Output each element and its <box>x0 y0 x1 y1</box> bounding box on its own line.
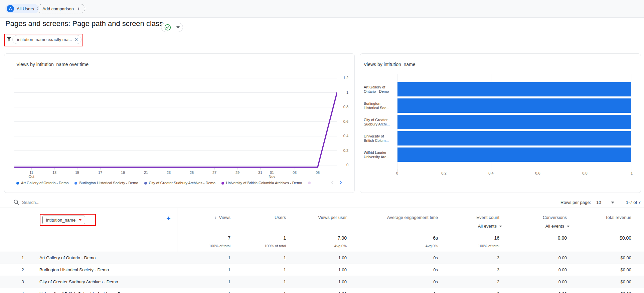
x-tick <box>318 168 318 170</box>
x-tick-label: 29 <box>231 171 244 175</box>
divider <box>0 208 644 208</box>
bar-x-tick-label: 0.2 <box>436 171 452 175</box>
row-cell: 1 <box>232 252 286 264</box>
column-header-total-revenue[interactable]: Total revenue <box>551 215 631 220</box>
legend-dot <box>221 182 224 185</box>
table-row[interactable]: 1Art Gallery of Ontario - Demo111.000s30… <box>0 252 644 264</box>
x-tick <box>295 168 295 170</box>
total-value: 0.00 <box>500 235 567 241</box>
check-circle-icon <box>164 24 171 31</box>
bar-category-label: University ofBritish Colum... <box>364 134 396 143</box>
row-cell: 1 <box>177 264 230 276</box>
x-tick-label: 13 <box>48 171 61 175</box>
table-row[interactable]: 2Burlington Historical Society - Demo111… <box>0 264 644 276</box>
y-tick-label: 0.4 <box>338 134 348 138</box>
total-value: $0.00 <box>565 235 631 241</box>
line-chart-title: Views by intitution_name over time <box>16 62 89 67</box>
row-cell: 0s <box>384 288 438 293</box>
column-header-views-per-user[interactable]: Views per user <box>267 215 347 220</box>
all-users-chip[interactable]: A All Users <box>5 4 39 13</box>
total-subtext: 100% of total <box>219 244 286 248</box>
bar <box>397 115 631 129</box>
x-tick-label: 31 <box>254 171 267 175</box>
plus-icon: + <box>77 6 80 12</box>
row-cell: 1.00 <box>293 276 347 288</box>
x-tick-label: 27 <box>208 171 221 175</box>
x-tick-label: 01Nov <box>265 171 279 179</box>
report-status-badge[interactable] <box>161 23 183 32</box>
bar-category-label: BurlingtonHistorical Soc... <box>364 101 396 110</box>
rows-per-page-select[interactable]: 10 <box>596 199 615 206</box>
bar-category-label: City of GreaterSudbury Archi... <box>364 118 396 126</box>
row-index: 3 <box>16 276 29 288</box>
row-cell: $0.00 <box>578 252 631 264</box>
table-row[interactable]: 4University of British Columbia Archives… <box>0 288 644 293</box>
bar <box>397 131 631 145</box>
x-tick-label: 05 <box>311 171 324 175</box>
bar-category-label: Art Gallery ofOntario - Demo <box>364 85 396 94</box>
search-icon <box>13 199 19 207</box>
row-cell: $0.00 <box>578 288 631 293</box>
bar-x-tick-label: 0.4 <box>483 171 499 175</box>
row-cell: 1 <box>177 252 230 264</box>
line-chart-card: Views by intitution_name over time Art G… <box>4 53 355 193</box>
all-users-label: All Users <box>17 6 34 11</box>
active-filter-chip[interactable]: intitution_name exactly ma... × <box>12 35 82 44</box>
row-cell: 3 <box>446 288 499 293</box>
row-cell: 2 <box>446 276 499 288</box>
x-tick <box>260 168 261 170</box>
row-index: 2 <box>16 264 29 276</box>
event-scope-select[interactable]: All events <box>489 224 570 229</box>
bar-x-tick-label: 0 <box>389 171 406 175</box>
y-tick-label: 0.6 <box>338 119 348 123</box>
x-tick <box>214 168 215 170</box>
x-tick-label: 19 <box>116 171 130 175</box>
chevron-down-icon <box>611 202 614 204</box>
total-subtext: Avg 0% <box>280 244 347 248</box>
bar-category-label: Wilfrid LaurierUniversity Arc... <box>364 151 396 159</box>
row-dimension-value: Art Gallery of Ontario - Demo <box>39 252 96 264</box>
search-input[interactable]: Search... <box>22 200 122 205</box>
legend-item: Burlington Historical Society - Demo <box>74 181 138 185</box>
bar-gridline <box>632 74 632 169</box>
x-tick-label: 03 <box>288 171 301 175</box>
x-tick <box>272 168 272 170</box>
x-tick <box>146 168 146 170</box>
add-comparison-button[interactable]: Add comparison + <box>37 4 85 13</box>
y-tick-label: 1.2 <box>338 76 348 80</box>
row-cell: $0.00 <box>578 264 631 276</box>
bar-chart-card: Views by intitution_name 00.20.40.60.81A… <box>360 53 641 193</box>
row-index: 1 <box>16 252 29 264</box>
x-tick <box>237 168 238 170</box>
remove-filter-icon[interactable]: × <box>75 37 78 42</box>
legend-next-icon[interactable] <box>338 180 343 185</box>
table-row[interactable]: 3City of Greater Sudbury Archives - Demo… <box>0 276 644 288</box>
legend-dot <box>144 182 147 185</box>
bar <box>397 98 631 113</box>
row-cell: $0.00 <box>578 276 631 288</box>
row-cell: 0s <box>384 276 438 288</box>
x-tick-label: 15 <box>70 171 84 175</box>
dimension-selector[interactable]: intitution_name <box>42 216 85 224</box>
row-cell: 1 <box>232 276 286 288</box>
pagination-range: 1-7 of 7 <box>617 200 641 205</box>
x-tick-label: 25 <box>185 171 198 175</box>
y-tick-label: 1 <box>338 90 348 94</box>
legend-prev-icon[interactable] <box>330 180 335 185</box>
bar-chart-title: Views by intitution_name <box>364 62 416 67</box>
bar-chart-plot <box>397 74 632 169</box>
x-tick <box>31 168 32 170</box>
y-tick-label: 0 <box>338 163 348 167</box>
line-chart-plot <box>14 78 337 169</box>
total-value: 16 <box>433 235 499 241</box>
line-chart-legend: Art Gallery of Ontario - DemoBurlington … <box>16 181 311 185</box>
row-cell: 1.00 <box>293 252 347 264</box>
x-tick <box>100 168 101 170</box>
bar-x-tick-label: 0.6 <box>529 171 546 175</box>
total-value: 1 <box>219 235 286 241</box>
add-comparison-label: Add comparison <box>42 6 74 11</box>
row-cell: 0.00 <box>513 252 567 264</box>
x-tick-label: 17 <box>94 171 107 175</box>
row-cell: 0.00 <box>513 264 567 276</box>
filter-chip-label: intitution_name exactly ma... <box>17 37 72 42</box>
